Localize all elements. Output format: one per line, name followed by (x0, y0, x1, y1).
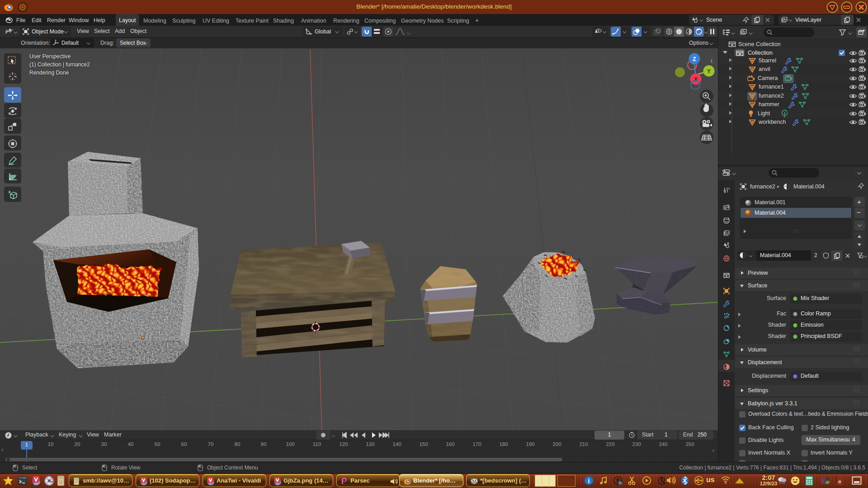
svg-text:i: i (588, 478, 590, 484)
svg-text:X: X (694, 76, 698, 83)
svg-text:Y: Y (707, 68, 711, 75)
svg-text:Z: Z (693, 56, 696, 62)
svg-text:a: a (838, 478, 841, 484)
